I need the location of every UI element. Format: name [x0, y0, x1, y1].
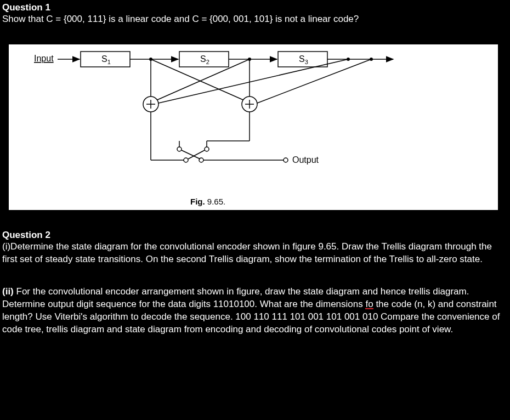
figure-box: Input S1 S2 S3	[9, 44, 498, 210]
page: Question 1 Show that C = {000, 111} is a…	[0, 0, 510, 343]
input-label: Input	[34, 54, 54, 63]
question-2-title: Question 2	[2, 230, 506, 241]
typo-fo: fo	[365, 300, 373, 309]
output-terminal	[284, 158, 288, 162]
svg-point-21	[205, 147, 209, 151]
question-1-title: Question 1	[2, 2, 506, 13]
question-1-body: Show that C = {000, 111} is a linear cod…	[2, 13, 506, 26]
output-label: Output	[292, 155, 319, 164]
figure-caption: Fig. 9.65.	[190, 197, 225, 206]
svg-point-20	[177, 147, 182, 151]
encoder-diagram: Input S1 S2 S3	[9, 45, 497, 204]
question-2-part-ii: (ii) For the convolutional encoder arran…	[2, 286, 506, 336]
svg-point-22	[184, 158, 188, 162]
question-2-part-i: (i)Determine the state diagram for the c…	[2, 241, 506, 266]
